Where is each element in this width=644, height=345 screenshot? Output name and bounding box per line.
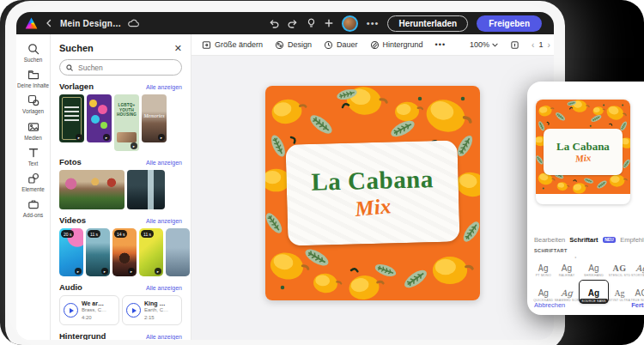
document-title[interactable]: Mein Design… bbox=[60, 19, 121, 28]
invite-button[interactable] bbox=[325, 19, 333, 27]
videos-see-all-link[interactable]: Alle anzeigen bbox=[146, 218, 182, 224]
font-option-raleway[interactable]: ° Ag RALEWAY bbox=[555, 255, 580, 277]
premium-dot-icon: ° bbox=[574, 256, 576, 261]
tab-schriftart[interactable]: Schriftart bbox=[569, 236, 598, 244]
play-button[interactable] bbox=[64, 303, 78, 318]
background-button[interactable]: Hintergrund bbox=[370, 40, 423, 50]
font-option-stencil-std[interactable]: AG STENCIL STD bbox=[609, 255, 631, 277]
play-icon bbox=[70, 308, 74, 313]
redo-button[interactable] bbox=[288, 19, 298, 28]
zoom-select[interactable]: 100% bbox=[470, 40, 498, 49]
prev-page-button[interactable]: ‹ bbox=[532, 40, 534, 50]
resize-button[interactable]: Größe ändern bbox=[202, 40, 263, 50]
animated-badge-icon: ▸ bbox=[76, 134, 82, 141]
back-button[interactable] bbox=[45, 19, 53, 27]
video-thumb[interactable]: 14 s ▸ bbox=[112, 228, 137, 276]
undo-button[interactable] bbox=[269, 19, 279, 28]
search-box[interactable] bbox=[59, 59, 182, 76]
neu-badge: NEU bbox=[603, 237, 617, 243]
photo-thumb-cooking[interactable] bbox=[59, 170, 125, 209]
design-button[interactable]: Design bbox=[275, 40, 312, 50]
next-page-button[interactable]: › bbox=[547, 40, 550, 50]
video-thumb[interactable]: 20 s ▸ bbox=[59, 228, 83, 276]
template-thumb-colorful[interactable]: ▸ bbox=[87, 94, 112, 142]
design-subtitle-text[interactable]: Mix bbox=[354, 195, 392, 220]
design-label-plate[interactable]: La Cabana Mix bbox=[285, 141, 459, 246]
mobile-title-text: La Cabana bbox=[556, 141, 610, 152]
duration-button[interactable]: Dauer bbox=[324, 40, 358, 50]
templates-icon bbox=[27, 94, 39, 106]
toolbar-more-button[interactable]: ••• bbox=[435, 40, 446, 49]
close-panel-button[interactable]: ✕ bbox=[174, 44, 182, 53]
titlebar: Mein Design… ••• Herun bbox=[16, 12, 554, 34]
font-grid: Ag PT MONO ° Ag RALEWAY Ag SHRIKHAND AG … bbox=[532, 255, 644, 304]
decor-blob bbox=[91, 115, 100, 124]
video-thumb[interactable] bbox=[166, 228, 190, 276]
photo-thumb-kitchen[interactable] bbox=[127, 170, 165, 209]
page-navigation: ‹ 1 › bbox=[532, 40, 550, 50]
left-rail: Suchen Deine Inhalte Vorlagen Medien Tex… bbox=[16, 34, 51, 340]
sidebar-item-deine-inhalte[interactable]: Deine Inhalte bbox=[16, 69, 50, 88]
more-options-button[interactable]: ••• bbox=[367, 19, 380, 28]
chevron-left-icon bbox=[45, 19, 53, 27]
font-option-stint-ultra[interactable]: Ag STINT ULTRA bbox=[609, 280, 631, 302]
sidebar-item-suchen[interactable]: Suchen bbox=[16, 43, 50, 63]
ideas-button[interactable] bbox=[307, 18, 316, 28]
redo-icon bbox=[288, 19, 298, 28]
sidebar-item-elemente[interactable]: Elemente bbox=[16, 172, 50, 192]
design-title-text[interactable]: La Cabana bbox=[311, 166, 434, 195]
font-option-storybook[interactable]: Ag STORYBOOK bbox=[630, 255, 644, 277]
design-artboard[interactable]: La Cabana Mix bbox=[265, 86, 480, 300]
animated-badge-icon: ▸ bbox=[131, 142, 137, 149]
decor-blob bbox=[100, 122, 107, 129]
audio-card[interactable]: King … Earth, C… 2:15 bbox=[122, 295, 182, 325]
video-badge-icon: ▸ bbox=[128, 268, 135, 275]
sidebar-item-add-ons[interactable]: Add-ons bbox=[16, 198, 50, 218]
download-button[interactable]: Herunterladen bbox=[387, 15, 468, 32]
templates-see-all-link[interactable]: Alle anzeigen bbox=[146, 84, 182, 90]
audio-card[interactable]: We ar… Brass, C… 4:20 bbox=[59, 295, 119, 325]
backgrounds-see-all-link[interactable]: Alle anzeigen bbox=[146, 334, 182, 340]
done-button[interactable]: Fertig bbox=[631, 301, 644, 309]
video-thumb[interactable]: 11 s ▸ bbox=[139, 228, 163, 276]
pages-icon bbox=[510, 40, 519, 50]
video-thumb[interactable]: 11 s ▸ bbox=[86, 228, 110, 276]
template-thumb-housing[interactable]: LGBTQ+ YOUTH HOUSING ▸ bbox=[114, 94, 139, 151]
mobile-design-thumb[interactable]: La Cabana Mix bbox=[536, 100, 630, 204]
template-thumb-memories[interactable]: Memories ▸ bbox=[142, 94, 167, 142]
decor-blob bbox=[98, 105, 107, 114]
section-audio-title: Audio bbox=[59, 282, 82, 292]
duration-badge: 11 s bbox=[88, 230, 100, 238]
cancel-button[interactable]: Abbrechen bbox=[534, 301, 565, 309]
page-number: 1 bbox=[538, 40, 543, 49]
audio-subtitle: Earth, C… bbox=[144, 307, 168, 314]
avatar[interactable] bbox=[342, 15, 358, 32]
tab-empfehlungen[interactable]: Empfehlungen bbox=[620, 236, 644, 244]
audio-see-all-link[interactable]: Alle anzeigen bbox=[146, 285, 182, 291]
folder-icon bbox=[27, 69, 39, 81]
lightbulb-icon bbox=[307, 18, 316, 28]
shapes-icon bbox=[27, 172, 39, 185]
text-icon bbox=[27, 147, 39, 159]
font-option-true-north[interactable]: AG TRUE NORTH bbox=[630, 280, 644, 302]
font-option-seaweed-script[interactable]: Ag SEAWEED SCR bbox=[555, 280, 580, 302]
mobile-preview-card: La Cabana Mix Bearbeiten Schriftart NEU … bbox=[527, 82, 644, 315]
sidebar-item-text[interactable]: Text bbox=[16, 147, 50, 166]
sidebar-item-medien[interactable]: Medien bbox=[16, 121, 50, 141]
tab-bearbeiten[interactable]: Bearbeiten bbox=[534, 236, 565, 244]
sidebar-item-vorlagen[interactable]: Vorlagen bbox=[16, 94, 50, 114]
font-option-pt-mono[interactable]: Ag PT MONO bbox=[532, 255, 555, 277]
add-ons-icon bbox=[27, 198, 39, 210]
play-button[interactable] bbox=[126, 303, 141, 318]
photos-see-all-link[interactable]: Alle anzeigen bbox=[146, 160, 182, 166]
font-option-quicksand[interactable]: Ag QUICKSAND bbox=[532, 280, 555, 302]
search-input[interactable] bbox=[76, 63, 157, 73]
canvas-area: Größe ändern Design Dauer Hintergrund bbox=[191, 34, 554, 340]
template-thumb-christmas[interactable]: ▸ bbox=[59, 94, 84, 142]
mobile-subtitle-text: Mix bbox=[574, 153, 591, 163]
font-option-shrikhand[interactable]: Ag SHRIKHAND bbox=[579, 255, 608, 277]
share-button[interactable]: Freigeben bbox=[477, 15, 542, 32]
pages-button[interactable] bbox=[510, 40, 519, 50]
chevron-down-icon bbox=[492, 43, 498, 47]
font-option-source-sans-selected[interactable]: Ag SOURCE SANS bbox=[579, 280, 608, 304]
